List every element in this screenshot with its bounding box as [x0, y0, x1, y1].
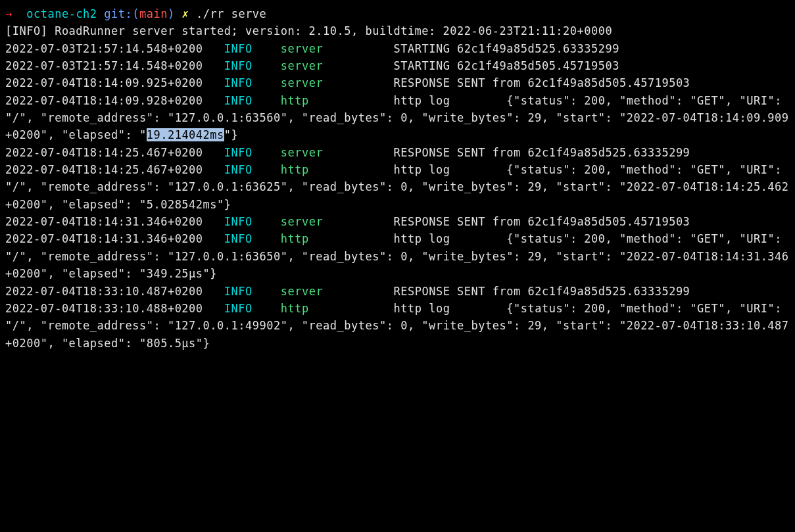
- log-level: INFO: [224, 146, 253, 159]
- log-level: INFO: [224, 76, 253, 89]
- log-message: RESPONSE SENT from 62c1f49a85d525.633352…: [393, 285, 690, 298]
- log-channel: server: [281, 42, 323, 55]
- log-level: INFO: [224, 285, 253, 298]
- log-channel: server: [281, 285, 323, 298]
- log-row: 2022-07-04T18:33:10.488+0200 INFO http h…: [5, 302, 789, 350]
- log-label: http log: [393, 232, 450, 245]
- terminal-output[interactable]: → octane-ch2 git:(main) ✗ ./rr serve [IN…: [5, 5, 790, 352]
- log-message: STARTING 62c1f49a85d525.63335299: [393, 42, 619, 55]
- log-timestamp: 2022-07-04T18:33:10.488+0200: [5, 302, 203, 315]
- log-level: INFO: [224, 42, 253, 55]
- log-channel: server: [281, 215, 323, 228]
- log-channel: http: [281, 163, 309, 176]
- log-row: 2022-07-04T18:14:31.346+0200 INFO http h…: [5, 232, 789, 280]
- log-timestamp: 2022-07-04T18:14:25.467+0200: [5, 146, 203, 159]
- startup-line: [INFO] RoadRunner server started; versio…: [5, 24, 612, 37]
- highlighted-text: 19.214042ms: [147, 128, 224, 141]
- log-row: 2022-07-04T18:14:25.467+0200 INFO server…: [5, 146, 690, 159]
- log-row: 2022-07-04T18:14:09.928+0200 INFO http h…: [5, 94, 789, 142]
- log-level: INFO: [224, 59, 253, 72]
- prompt-git-close: ): [168, 7, 175, 20]
- log-timestamp: 2022-07-04T18:33:10.487+0200: [5, 285, 203, 298]
- log-row: 2022-07-04T18:14:25.467+0200 INFO http h…: [5, 163, 789, 211]
- prompt-dirty-icon: ✗: [181, 7, 189, 20]
- log-timestamp: 2022-07-04T18:14:31.346+0200: [5, 215, 203, 228]
- log-channel: server: [281, 76, 323, 89]
- log-json-suffix: "}: [224, 128, 238, 141]
- prompt-git-label: git:(: [104, 7, 139, 20]
- log-label: http log: [393, 163, 450, 176]
- log-message: RESPONSE SENT from 62c1f49a85d505.457195…: [393, 215, 690, 228]
- log-timestamp: 2022-07-03T21:57:14.548+0200: [5, 59, 203, 72]
- log-level: INFO: [224, 302, 253, 315]
- log-channel: server: [281, 146, 323, 159]
- log-channel: http: [281, 232, 309, 245]
- log-timestamp: 2022-07-04T18:14:09.925+0200: [5, 76, 203, 89]
- log-message: RESPONSE SENT from 62c1f49a85d525.633352…: [393, 146, 690, 159]
- log-message: STARTING 62c1f49a85d505.45719503: [393, 59, 619, 72]
- log-level: INFO: [224, 94, 253, 107]
- log-row: 2022-07-03T21:57:14.548+0200 INFO server…: [5, 42, 619, 55]
- prompt-arrow-icon: →: [5, 7, 12, 20]
- log-timestamp: 2022-07-04T18:14:25.467+0200: [5, 163, 203, 176]
- log-level: INFO: [224, 232, 253, 245]
- prompt-branch: main: [139, 7, 168, 20]
- log-channel: http: [281, 302, 309, 315]
- prompt-command: ./rr serve: [196, 7, 266, 20]
- log-label: http log: [393, 94, 450, 107]
- log-row: 2022-07-04T18:14:09.925+0200 INFO server…: [5, 76, 690, 89]
- prompt-directory: octane-ch2: [26, 7, 97, 20]
- log-label: http log: [393, 302, 450, 315]
- log-channel: server: [281, 59, 323, 72]
- log-row: 2022-07-04T18:14:31.346+0200 INFO server…: [5, 215, 690, 228]
- log-timestamp: 2022-07-03T21:57:14.548+0200: [5, 42, 203, 55]
- log-timestamp: 2022-07-04T18:14:31.346+0200: [5, 232, 203, 245]
- log-level: INFO: [224, 215, 253, 228]
- log-message: RESPONSE SENT from 62c1f49a85d505.457195…: [393, 76, 690, 89]
- log-row: 2022-07-03T21:57:14.548+0200 INFO server…: [5, 59, 619, 72]
- log-channel: http: [281, 94, 309, 107]
- log-row: 2022-07-04T18:33:10.487+0200 INFO server…: [5, 285, 690, 298]
- log-level: INFO: [224, 163, 253, 176]
- log-timestamp: 2022-07-04T18:14:09.928+0200: [5, 94, 203, 107]
